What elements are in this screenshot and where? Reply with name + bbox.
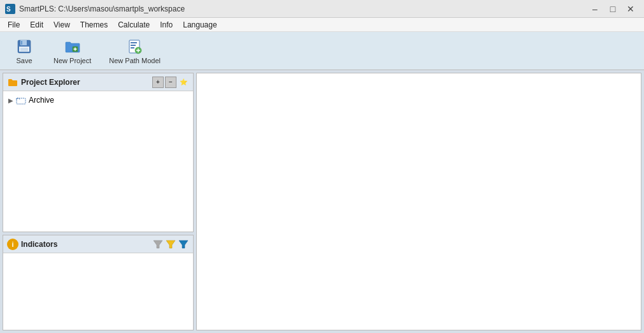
filter-icons — [152, 239, 189, 250]
svg-rect-13 — [131, 47, 134, 48]
filter-blue-icon[interactable] — [178, 239, 189, 250]
svg-marker-19 — [166, 241, 175, 248]
new-path-model-button[interactable]: New Path Model — [101, 35, 168, 67]
filter-yellow-icon[interactable] — [165, 239, 176, 250]
save-label: Save — [16, 57, 32, 64]
project-explorer-star-button[interactable]: ⭐ — [178, 77, 189, 88]
svg-rect-17 — [17, 98, 25, 104]
indicators-icon: i — [7, 239, 18, 250]
new-project-label: New Project — [54, 57, 91, 64]
svg-rect-11 — [131, 42, 137, 43]
menu-language[interactable]: Language — [178, 18, 222, 31]
project-explorer-header: Project Explorer + − ⭐ — [3, 73, 193, 91]
indicators-panel: i Indicators — [3, 235, 194, 330]
project-explorer-title: Project Explorer — [21, 78, 150, 87]
toolbar: Save New Project — [0, 32, 644, 70]
indicators-header: i Indicators — [3, 235, 193, 253]
left-panel: Project Explorer + − ⭐ ▶ Archive — [3, 73, 194, 330]
svg-rect-12 — [131, 45, 136, 46]
project-explorer-panel: Project Explorer + − ⭐ ▶ Archive — [3, 73, 194, 232]
save-icon — [15, 38, 33, 56]
archive-folder-icon — [16, 95, 26, 105]
title-bar: S SmartPLS: C:\Users\masou\smartpls_work… — [0, 0, 644, 18]
project-explorer-collapse-button[interactable]: − — [165, 77, 176, 88]
filter-grey-icon[interactable] — [152, 239, 164, 250]
maximize-button[interactable]: □ — [605, 3, 621, 15]
indicators-body — [3, 253, 193, 330]
menu-themes[interactable]: Themes — [75, 18, 113, 31]
menu-edit[interactable]: Edit — [25, 18, 48, 31]
menu-bar: File Edit View Themes Calculate Info Lan… — [0, 18, 644, 32]
project-explorer-add-button[interactable]: + — [152, 77, 164, 88]
menu-view[interactable]: View — [48, 18, 75, 31]
minimize-button[interactable]: – — [587, 3, 603, 15]
new-project-button[interactable]: New Project — [46, 35, 99, 67]
archive-label: Archive — [29, 96, 54, 105]
menu-file[interactable]: File — [3, 18, 25, 31]
main-content: Project Explorer + − ⭐ ▶ Archive — [0, 70, 644, 333]
svg-rect-4 — [21, 41, 22, 45]
menu-calculate[interactable]: Calculate — [113, 18, 155, 31]
svg-rect-6 — [20, 48, 28, 51]
close-button[interactable]: ✕ — [622, 3, 639, 15]
new-project-icon — [64, 38, 82, 56]
svg-marker-20 — [179, 241, 188, 248]
title-bar-left: S SmartPLS: C:\Users\masou\smartpls_work… — [5, 4, 185, 14]
project-explorer-controls: + − ⭐ — [152, 77, 189, 88]
menu-info[interactable]: Info — [155, 18, 178, 31]
save-button[interactable]: Save — [5, 35, 43, 67]
workspace-panel[interactable] — [196, 73, 641, 330]
tree-item-archive[interactable]: ▶ Archive — [6, 94, 190, 107]
app-icon: S — [5, 4, 15, 14]
tree-arrow-icon: ▶ — [8, 97, 13, 104]
title-bar-controls: – □ ✕ — [587, 3, 639, 15]
svg-marker-18 — [154, 241, 162, 248]
project-explorer-body: ▶ Archive — [3, 91, 193, 232]
project-explorer-folder-icon — [7, 77, 18, 88]
indicators-title: Indicators — [21, 240, 150, 249]
new-path-model-icon — [126, 38, 144, 56]
svg-text:S: S — [6, 6, 11, 13]
new-path-model-label: New Path Model — [109, 57, 161, 64]
title-bar-title: SmartPLS: C:\Users\masou\smartpls_worksp… — [19, 4, 185, 13]
